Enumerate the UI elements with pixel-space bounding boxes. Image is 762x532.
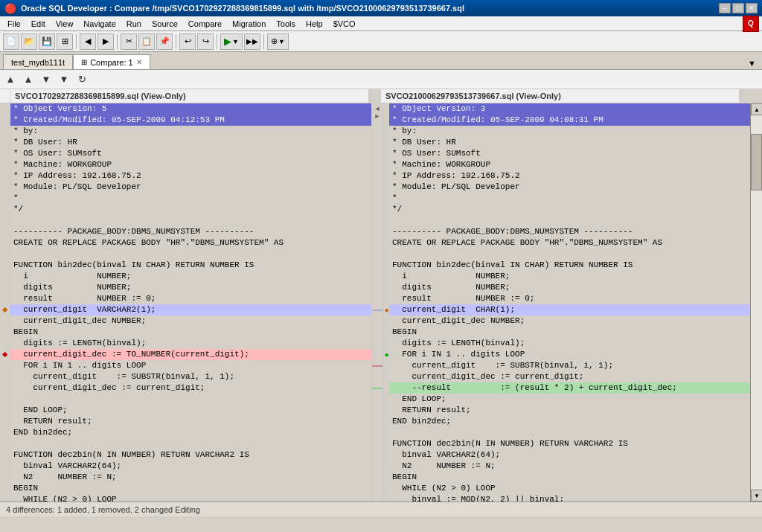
middle-divider: ◄ ► (371, 103, 383, 501)
commit-button[interactable]: ⊕ ▼ (267, 33, 289, 50)
scroll-thumb[interactable] (751, 134, 762, 190)
run-dropdown-icon: ▼ (232, 38, 239, 45)
menu-tools[interactable]: Tools (272, 19, 300, 29)
title-text: Oracle SQL Developer : Compare /tmp/SVCO… (21, 4, 714, 13)
nav-refresh-button[interactable]: ↻ (74, 72, 89, 87)
main-toolbar: 📄 📂 💾 ⊞ ◀ ▶ ✂ 📋 📌 ↩ ↪ ▶ ▼ ▶▶ ⊕ ▼ (0, 31, 762, 52)
menu-navigate[interactable]: Navigate (79, 19, 120, 29)
scroll-track[interactable] (751, 115, 762, 490)
app-icon: 🔴 (4, 3, 16, 14)
toolbar-sep-3 (176, 34, 176, 49)
commit-dropdown-icon: ▼ (278, 38, 285, 45)
compare-icon: ⊞ (81, 58, 87, 66)
right-arrow-icon: ► (374, 112, 381, 120)
nav-toolbar: ▲ ▲ ▼ ▼ ↻ (0, 70, 762, 89)
menu-bar: File Edit View Navigate Run Source Compa… (0, 16, 762, 31)
title-bar: 🔴 Oracle SQL Developer : Compare /tmp/SV… (0, 0, 762, 16)
left-gutter: ◆ ◆ (0, 103, 10, 501)
tab-compare-label: Compare: 1 (90, 58, 132, 67)
toolbar-sep-1 (76, 34, 77, 49)
paste-button[interactable]: 📌 (156, 33, 173, 50)
right-file-header: SVCO21000629793513739667.sql (View-Only) (381, 89, 740, 103)
nav-up-first-button[interactable]: ▲ (3, 72, 18, 87)
commit-icon: ⊕ (271, 36, 278, 46)
tab-close-icon[interactable]: ✕ (136, 58, 142, 66)
menu-migration[interactable]: Migration (228, 19, 270, 29)
left-arrow-icon: ◄ (374, 103, 381, 112)
debug-button[interactable]: ▶▶ (244, 33, 260, 50)
forward-button[interactable]: ▶ (97, 33, 114, 50)
toolbar-sep-5 (263, 34, 264, 49)
tabs-dropdown-button[interactable]: ▼ (745, 57, 759, 69)
scroll-down-button[interactable]: ▼ (751, 490, 762, 501)
new-button[interactable]: 📄 (3, 33, 19, 50)
maximize-button[interactable]: □ (732, 3, 744, 13)
split-panes: ◆ ◆ * Object Version: 5* Created/Modifie… (0, 103, 762, 501)
status-text: 4 differences: 1 added, 1 removed, 2 cha… (6, 505, 200, 514)
left-code-content: * Object Version: 5* Created/Modified: 0… (10, 103, 371, 501)
window-controls[interactable]: ─ □ ✕ (719, 3, 758, 13)
cut-button[interactable]: ✂ (121, 33, 137, 50)
run-button[interactable]: ▶ ▼ (220, 33, 243, 50)
close-button[interactable]: ✕ (746, 3, 758, 13)
left-file-header: SVCO1702927288369815899.sql (View-Only) (10, 89, 369, 103)
save-all-button[interactable]: ⊞ (57, 33, 73, 50)
run-icon: ▶ (224, 36, 231, 47)
redo-button[interactable]: ↪ (197, 33, 214, 50)
back-button[interactable]: ◀ (80, 33, 96, 50)
menu-view[interactable]: View (51, 19, 78, 29)
right-gutter: ◆ ◆ (383, 103, 389, 501)
tab-test-mydb[interactable]: test_mydb111t (3, 54, 73, 69)
status-bar: 4 differences: 1 added, 1 removed, 2 cha… (0, 501, 762, 516)
menu-help[interactable]: Help (301, 19, 327, 29)
menu-edit[interactable]: Edit (27, 19, 50, 29)
nav-down-button[interactable]: ▼ (39, 72, 54, 87)
menu-vco[interactable]: $VCO (329, 19, 360, 29)
compare-headers: SVCO1702927288369815899.sql (View-Only) … (0, 89, 762, 103)
toolbar-sep-2 (117, 34, 118, 49)
minimize-button[interactable]: ─ (719, 3, 731, 13)
right-code-content: * Object Version: 3* Created/Modified: 0… (389, 103, 750, 501)
undo-button[interactable]: ↩ (179, 33, 196, 50)
scroll-up-button[interactable]: ▲ (751, 103, 762, 115)
tab-test-mydb-label: test_mydb111t (11, 58, 65, 67)
menu-compare[interactable]: Compare (184, 19, 226, 29)
tabs-bar: test_mydb111t ⊞ Compare: 1 ✕ ▼ (0, 52, 762, 70)
nav-down-last-button[interactable]: ▼ (57, 72, 71, 87)
menu-file[interactable]: File (3, 19, 25, 29)
vertical-scrollbar[interactable]: ▲ ▼ (750, 103, 762, 501)
copy-button[interactable]: 📋 (138, 33, 155, 50)
left-code-pane[interactable]: * Object Version: 5* Created/Modified: 0… (10, 103, 371, 501)
right-code-pane[interactable]: * Object Version: 3* Created/Modified: 0… (389, 103, 750, 501)
toolbar-sep-4 (217, 34, 217, 49)
menu-run[interactable]: Run (122, 19, 146, 29)
open-button[interactable]: 📂 (21, 33, 37, 50)
nav-up-button[interactable]: ▲ (21, 72, 36, 87)
save-button[interactable]: 💾 (39, 33, 55, 50)
oracle-logo: Q (743, 16, 759, 32)
tab-compare[interactable]: ⊞ Compare: 1 ✕ (73, 54, 150, 69)
menu-source[interactable]: Source (147, 19, 182, 29)
